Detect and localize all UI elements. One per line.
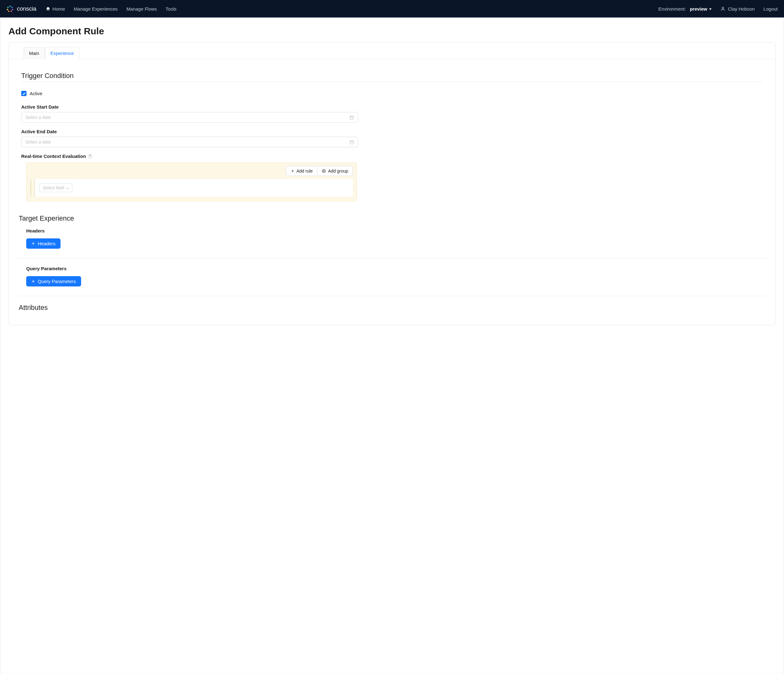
svg-rect-8 — [350, 116, 353, 119]
caret-down-icon — [709, 8, 712, 10]
end-date-input[interactable] — [21, 137, 358, 147]
target-experience-title: Target Experience — [19, 214, 763, 223]
nav-home[interactable]: Home — [45, 6, 65, 12]
brand-logo[interactable]: conscia — [6, 5, 36, 12]
start-date-input[interactable] — [21, 112, 358, 123]
nav-manage-flows[interactable]: Manage Flows — [126, 6, 157, 12]
svg-point-7 — [722, 7, 724, 9]
svg-point-1 — [11, 6, 12, 8]
divider — [17, 258, 767, 258]
query-builder-toolbar: Add rule Add group — [31, 166, 353, 176]
add-rule-label: Add rule — [296, 168, 313, 173]
conscia-logo-icon — [6, 5, 14, 12]
end-date-field[interactable] — [25, 140, 349, 145]
add-rule-button[interactable]: Add rule — [286, 166, 317, 176]
plus-icon — [31, 241, 35, 246]
environment-label: Environment: — [658, 6, 686, 12]
svg-point-4 — [8, 11, 9, 12]
end-date-label: Active End Date — [21, 129, 763, 134]
query-builder: Add rule Add group Select field — [26, 163, 357, 201]
svg-point-3 — [11, 11, 12, 12]
active-checkbox-row[interactable]: Active — [21, 91, 763, 96]
start-date-field[interactable] — [25, 115, 349, 120]
headers-label: Headers — [26, 228, 763, 233]
environment-selector[interactable]: Environment: preview — [658, 6, 712, 12]
tab-main-label: Main — [29, 51, 39, 56]
tabs: Main Experience — [9, 42, 775, 59]
tab-experience[interactable]: Experience — [45, 47, 79, 59]
context-eval-text: Real-time Context Evaluation — [21, 154, 86, 159]
svg-point-2 — [12, 9, 13, 10]
calendar-icon — [349, 115, 354, 120]
trigger-condition-title: Trigger Condition — [21, 72, 763, 82]
user-icon — [720, 6, 725, 11]
active-label: Active — [30, 91, 42, 96]
chevron-down-icon — [66, 186, 70, 189]
nav-manage-flows-label: Manage Flows — [126, 6, 157, 12]
plus-circle-icon — [322, 169, 326, 173]
rule-row: Select field — [34, 179, 353, 196]
top-navbar: conscia Home Manage Experiences Manage F… — [0, 0, 784, 17]
select-field-dropdown[interactable]: Select field — [39, 184, 72, 192]
add-headers-label: Headers — [38, 241, 56, 246]
nav-home-label: Home — [53, 6, 65, 12]
select-field-placeholder: Select field — [43, 185, 64, 190]
start-date-label: Active Start Date — [21, 104, 763, 109]
nav-right: Environment: preview Clay Hobson Logout — [658, 6, 778, 12]
nav-manage-experiences[interactable]: Manage Experiences — [74, 6, 118, 12]
svg-point-6 — [7, 6, 8, 8]
page: Add Component Rule Main Experience Trigg… — [1, 19, 783, 674]
attributes-title: Attributes — [19, 304, 763, 312]
tab-main[interactable]: Main — [24, 47, 45, 59]
nav-tools-label: Tools — [166, 6, 177, 12]
add-query-params-button[interactable]: Query Parameters — [26, 276, 81, 286]
nav-tools[interactable]: Tools — [166, 6, 177, 12]
nav-user-name: Clay Hobson — [728, 6, 754, 12]
nav-links: Home Manage Experiences Manage Flows Too… — [45, 6, 658, 12]
nav-manage-experiences-label: Manage Experiences — [74, 6, 118, 12]
plus-icon — [31, 279, 35, 283]
plus-icon — [291, 169, 294, 173]
add-group-button[interactable]: Add group — [317, 166, 353, 176]
nav-logout[interactable]: Logout — [764, 6, 778, 12]
brand-text: conscia — [17, 5, 36, 12]
environment-value: preview — [690, 6, 707, 12]
tab-experience-label: Experience — [51, 51, 74, 56]
help-icon[interactable]: ? — [88, 154, 92, 159]
home-icon — [45, 6, 51, 11]
form-content: Trigger Condition Active Active Start Da… — [9, 59, 775, 325]
add-headers-button[interactable]: Headers — [26, 238, 61, 249]
svg-rect-12 — [350, 141, 353, 144]
context-eval-label: Real-time Context Evaluation ? — [21, 154, 763, 159]
form-card: Main Experience Trigger Condition Active… — [8, 42, 776, 325]
query-params-label: Query Parameters — [26, 266, 763, 271]
svg-point-0 — [9, 6, 11, 7]
query-builder-buttons: Add rule Add group — [286, 166, 353, 176]
active-checkbox[interactable] — [21, 91, 26, 96]
nav-user[interactable]: Clay Hobson — [720, 6, 754, 12]
query-params-section: Query Parameters Query Parameters — [21, 266, 763, 290]
nav-logout-label: Logout — [764, 6, 778, 12]
calendar-icon — [349, 140, 354, 145]
add-group-label: Add group — [328, 168, 348, 173]
add-query-params-label: Query Parameters — [38, 279, 76, 284]
svg-point-5 — [7, 9, 8, 10]
page-title: Add Component Rule — [8, 26, 776, 36]
headers-section: Headers Headers — [21, 228, 763, 252]
check-icon — [22, 92, 26, 95]
